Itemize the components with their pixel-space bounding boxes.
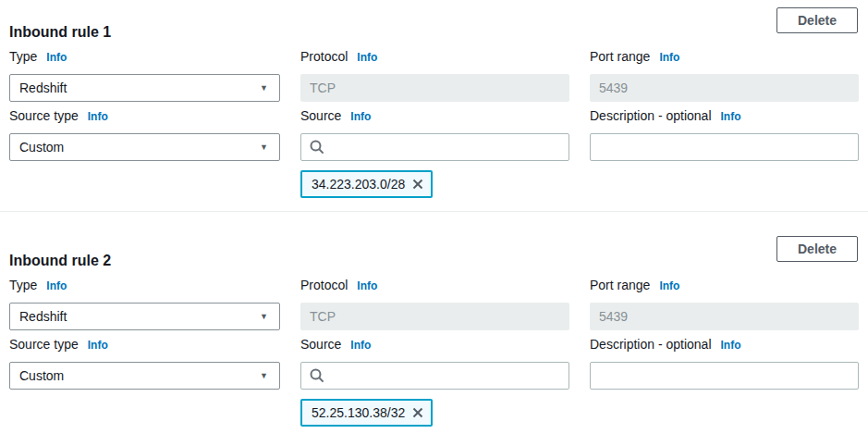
description-info-link[interactable]: Info bbox=[721, 108, 741, 125]
source-type-info-link[interactable]: Info bbox=[88, 337, 108, 353]
delete-rule-button[interactable]: Delete bbox=[776, 236, 858, 262]
rule-title: Inbound rule 1 bbox=[9, 22, 111, 43]
type-label-text: Type bbox=[9, 48, 37, 65]
source-search-input[interactable] bbox=[324, 363, 568, 389]
source-search-input[interactable] bbox=[324, 134, 568, 160]
port-range-input bbox=[590, 303, 859, 330]
source-type-select-value: Custom bbox=[19, 140, 64, 155]
protocol-label-text: Protocol bbox=[300, 277, 348, 293]
search-icon bbox=[310, 368, 324, 383]
type-info-link[interactable]: Info bbox=[46, 49, 67, 66]
type-label-text: Type bbox=[9, 277, 37, 293]
description-input[interactable] bbox=[590, 362, 859, 390]
protocol-info-link[interactable]: Info bbox=[357, 278, 377, 294]
source-info-link[interactable]: Info bbox=[350, 337, 371, 353]
source-label: Source Info bbox=[300, 336, 569, 353]
type-label: Type Info bbox=[9, 277, 280, 293]
source-cidr-token-text: 34.223.203.0/28 bbox=[312, 177, 405, 192]
description-label-text: Description - optional bbox=[590, 107, 712, 124]
inbound-rule-2-section: Inbound rule 2 Delete Type Info Protocol… bbox=[0, 211, 868, 440]
rule-form-grid: Type Info Protocol Info Port range Info … bbox=[9, 43, 858, 198]
close-icon bbox=[411, 406, 424, 419]
protocol-input bbox=[300, 74, 569, 102]
port-range-info-link[interactable]: Info bbox=[659, 49, 679, 66]
type-select[interactable]: Redshift ▼ bbox=[9, 74, 280, 102]
close-icon bbox=[411, 178, 424, 191]
source-type-select-value: Custom bbox=[19, 368, 64, 383]
rule-form-grid: Type Info Protocol Info Port range Info … bbox=[9, 271, 858, 427]
description-label: Description - optional Info bbox=[590, 107, 859, 124]
chevron-down-icon: ▼ bbox=[260, 312, 268, 321]
protocol-label: Protocol Info bbox=[300, 48, 569, 65]
chevron-down-icon: ▼ bbox=[260, 142, 268, 152]
description-input[interactable] bbox=[590, 133, 859, 161]
source-cidr-token: 52.25.130.38/32 bbox=[300, 399, 433, 427]
description-label-text: Description - optional bbox=[590, 336, 712, 353]
port-range-label: Port range Info bbox=[590, 48, 859, 65]
source-type-label-text: Source type bbox=[9, 107, 79, 124]
source-type-select[interactable]: Custom ▼ bbox=[9, 133, 280, 161]
description-label: Description - optional Info bbox=[590, 336, 859, 353]
remove-source-token-button[interactable] bbox=[411, 178, 424, 191]
rule-header: Inbound rule 2 Delete bbox=[9, 229, 858, 271]
port-range-label-text: Port range bbox=[590, 48, 650, 65]
inbound-rule-1-section: Inbound rule 1 Delete Type Info Protocol… bbox=[0, 0, 868, 211]
source-search-box bbox=[300, 133, 569, 161]
source-label: Source Info bbox=[300, 107, 569, 124]
rule-header: Inbound rule 1 Delete bbox=[9, 0, 858, 43]
source-type-label: Source type Info bbox=[9, 336, 280, 353]
type-select[interactable]: Redshift ▼ bbox=[9, 303, 280, 330]
protocol-label: Protocol Info bbox=[300, 277, 569, 293]
source-info-link[interactable]: Info bbox=[350, 108, 371, 125]
port-range-label: Port range Info bbox=[590, 277, 859, 293]
type-select-value: Redshift bbox=[19, 81, 67, 95]
chevron-down-icon: ▼ bbox=[260, 371, 268, 380]
port-range-input bbox=[590, 74, 859, 102]
rule-title: Inbound rule 2 bbox=[9, 251, 111, 271]
source-label-text: Source bbox=[300, 336, 341, 353]
description-info-link[interactable]: Info bbox=[721, 337, 741, 353]
type-select-value: Redshift bbox=[19, 309, 67, 324]
type-label: Type Info bbox=[9, 48, 280, 65]
source-type-info-link[interactable]: Info bbox=[88, 108, 108, 125]
protocol-info-link[interactable]: Info bbox=[357, 49, 377, 66]
source-search-box bbox=[300, 362, 569, 390]
delete-rule-button[interactable]: Delete bbox=[776, 7, 858, 33]
source-type-select[interactable]: Custom ▼ bbox=[9, 362, 280, 390]
port-range-info-link[interactable]: Info bbox=[659, 278, 679, 294]
protocol-label-text: Protocol bbox=[300, 48, 348, 65]
remove-source-token-button[interactable] bbox=[411, 406, 424, 419]
source-type-label-text: Source type bbox=[9, 336, 79, 353]
type-info-link[interactable]: Info bbox=[46, 278, 67, 294]
source-type-label: Source type Info bbox=[9, 107, 280, 124]
chevron-down-icon: ▼ bbox=[260, 83, 268, 93]
source-cidr-token: 34.223.203.0/28 bbox=[300, 170, 433, 198]
source-cidr-token-text: 52.25.130.38/32 bbox=[312, 405, 405, 420]
protocol-input bbox=[300, 303, 569, 330]
source-label-text: Source bbox=[300, 107, 341, 124]
port-range-label-text: Port range bbox=[590, 277, 650, 293]
search-icon bbox=[310, 140, 324, 155]
